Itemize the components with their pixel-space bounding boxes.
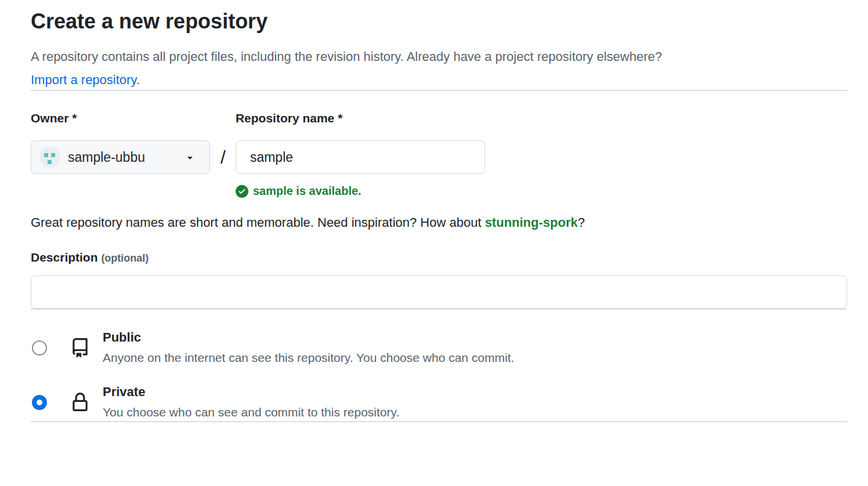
divider-middle bbox=[31, 309, 847, 310]
description-optional-note: (optional) bbox=[101, 252, 149, 264]
public-radio[interactable] bbox=[32, 340, 47, 356]
description-label: Description bbox=[31, 251, 98, 264]
visibility-option-private[interactable]: Private You choose who can see and commi… bbox=[31, 384, 847, 421]
create-repository-page: Create a new repository A repository con… bbox=[0, 0, 868, 486]
check-circle-icon bbox=[236, 185, 248, 198]
public-option-text: Public Anyone on the internet can see th… bbox=[103, 329, 514, 367]
lock-icon bbox=[70, 393, 90, 412]
owner-selected-value: sample-ubbu bbox=[68, 150, 145, 165]
repository-name-label: Repository name * bbox=[236, 111, 485, 126]
owner-select-button[interactable]: sample-ubbu bbox=[31, 140, 210, 174]
owner-field: Owner * sample-ubbu bbox=[31, 111, 210, 174]
private-option-text: Private You choose who can see and commi… bbox=[103, 384, 399, 421]
description-label-row: Description (optional) bbox=[31, 249, 847, 266]
page-title: Create a new repository bbox=[31, 8, 847, 34]
private-option-description: You choose who can see and commit to thi… bbox=[103, 404, 399, 421]
private-radio[interactable] bbox=[32, 395, 47, 410]
suggested-name-link[interactable]: stunning-spork bbox=[485, 215, 578, 230]
description-input[interactable] bbox=[31, 275, 847, 309]
private-option-title: Private bbox=[103, 384, 399, 400]
divider-top bbox=[31, 90, 847, 91]
availability-message: sample is available. bbox=[253, 184, 361, 198]
required-asterisk: * bbox=[338, 111, 342, 125]
public-option-description: Anyone on the internet can see this repo… bbox=[103, 349, 514, 367]
chevron-down-icon bbox=[185, 152, 196, 163]
page-subtitle: A repository contains all project files,… bbox=[31, 47, 847, 67]
owner-repo-row: Owner * sample-ubbu / Repository name * … bbox=[31, 111, 847, 198]
repository-name-input[interactable] bbox=[236, 140, 485, 174]
divider-bottom bbox=[31, 421, 847, 422]
repo-icon bbox=[70, 338, 90, 358]
visibility-option-public[interactable]: Public Anyone on the internet can see th… bbox=[31, 329, 847, 367]
repository-name-field: Repository name * sample is available. bbox=[236, 111, 485, 198]
import-repository-link[interactable]: Import a repository. bbox=[31, 70, 140, 90]
public-option-title: Public bbox=[103, 329, 514, 346]
owner-avatar bbox=[39, 147, 60, 168]
owner-repo-separator: / bbox=[210, 140, 236, 174]
name-suggestion-text: Great repository names are short and mem… bbox=[31, 213, 847, 232]
owner-label: Owner * bbox=[31, 111, 210, 126]
visibility-options: Public Anyone on the internet can see th… bbox=[31, 329, 847, 421]
required-asterisk: * bbox=[72, 111, 77, 125]
availability-status: sample is available. bbox=[236, 184, 485, 198]
